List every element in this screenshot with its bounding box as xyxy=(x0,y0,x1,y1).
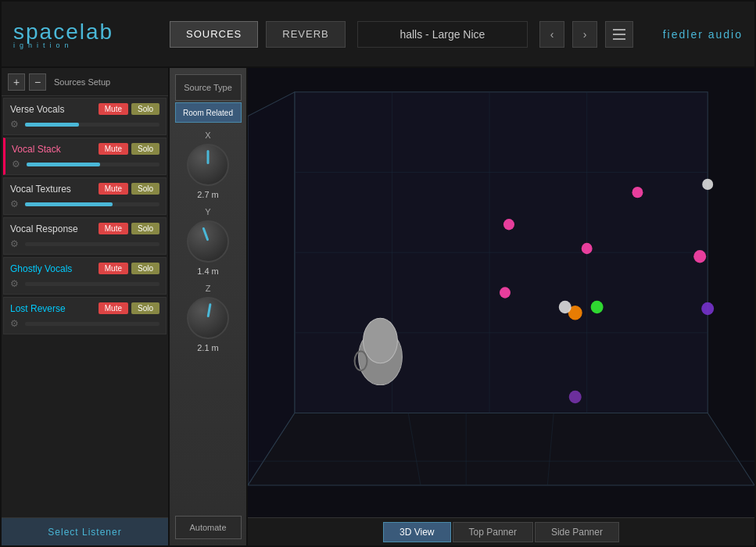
list-item[interactable]: Vocal Stack Mute Solo ⚙ xyxy=(3,138,167,175)
room-related-button[interactable]: Room Related xyxy=(175,102,242,123)
svg-point-17 xyxy=(632,187,643,198)
source-name: Vocal Textures xyxy=(10,184,71,195)
tab-reverb[interactable]: REVERB xyxy=(266,21,345,48)
z-knob[interactable] xyxy=(187,297,229,339)
mute-button[interactable]: Mute xyxy=(99,143,128,155)
y-knob-section: Y 1.4 m xyxy=(187,207,229,276)
source-item-header: Verse Vocals Mute Solo xyxy=(10,103,159,115)
automate-button[interactable]: Automate xyxy=(175,516,242,539)
svg-point-24 xyxy=(559,301,571,313)
svg-point-23 xyxy=(591,301,604,313)
remove-source-button[interactable]: − xyxy=(29,73,46,91)
source-settings-row: ⚙ xyxy=(10,278,159,289)
nav-next-button[interactable]: › xyxy=(572,21,597,48)
mute-button[interactable]: Mute xyxy=(99,302,128,314)
source-name: Ghostly Vocals xyxy=(10,263,72,274)
gear-icon[interactable]: ⚙ xyxy=(10,278,21,289)
brand-name: fiedler audio xyxy=(649,28,743,41)
svg-point-20 xyxy=(693,250,706,263)
list-item[interactable]: Vocal Textures Mute Solo ⚙ xyxy=(3,177,167,215)
x-knob-section: X 2.7 m xyxy=(187,130,229,199)
x-knob[interactable] xyxy=(187,144,229,186)
preset-name: halls - Large Nice xyxy=(399,28,485,41)
solo-button[interactable]: Solo xyxy=(131,143,159,155)
fader-bar[interactable] xyxy=(25,123,159,127)
y-knob-label: Y xyxy=(205,207,210,216)
source-name: Verse Vocals xyxy=(10,104,64,115)
app-container: spacelab ignition SOURCES REVERB halls -… xyxy=(0,0,756,547)
source-item-header: Ghostly Vocals Mute Solo xyxy=(10,263,159,274)
sources-list: Verse Vocals Mute Solo ⚙ xyxy=(2,96,168,517)
mute-button[interactable]: Mute xyxy=(99,183,128,195)
middle-panel: Source Type Room Related X 2.7 m Y 1.4 m… xyxy=(170,68,248,545)
view-controls: 3D View Top Panner Side Panner xyxy=(248,517,754,545)
svg-point-19 xyxy=(582,243,593,254)
source-controls: Mute Solo xyxy=(99,302,159,314)
mute-button[interactable]: Mute xyxy=(99,263,128,274)
source-controls: Mute Solo xyxy=(99,143,159,155)
list-item[interactable]: Ghostly Vocals Mute Solo ⚙ xyxy=(3,257,167,295)
solo-button[interactable]: Solo xyxy=(131,263,159,274)
right-panel: 3D View Top Panner Side Panner xyxy=(248,68,754,545)
top-bar: spacelab ignition SOURCES REVERB halls -… xyxy=(2,2,754,68)
source-item-header: Lost Reverse Mute Solo xyxy=(10,302,159,314)
svg-point-21 xyxy=(500,287,511,298)
mute-button[interactable]: Mute xyxy=(99,223,128,234)
gear-icon[interactable]: ⚙ xyxy=(12,159,23,170)
select-listener-button[interactable]: Select Listener xyxy=(2,517,168,545)
source-controls: Mute Solo xyxy=(99,183,159,195)
svg-point-25 xyxy=(701,302,714,315)
view-3d-button[interactable]: 3D View xyxy=(383,522,450,542)
gear-icon[interactable]: ⚙ xyxy=(10,318,21,329)
fader-fill xyxy=(25,123,79,127)
sources-header-label: Sources Setup xyxy=(54,77,110,87)
add-source-button[interactable]: + xyxy=(8,73,25,91)
fader-bar[interactable] xyxy=(25,322,159,326)
solo-button[interactable]: Solo xyxy=(131,103,159,115)
x-knob-label: X xyxy=(205,130,210,140)
menu-line-2 xyxy=(613,34,625,35)
x-knob-value: 2.7 m xyxy=(197,190,219,199)
list-item[interactable]: Vocal Response Mute Solo ⚙ xyxy=(3,217,167,255)
source-settings-row: ⚙ xyxy=(12,159,159,170)
view-top-button[interactable]: Top Panner xyxy=(453,522,533,542)
solo-button[interactable]: Solo xyxy=(131,223,159,234)
logo-area: spacelab ignition xyxy=(13,20,162,49)
svg-point-14 xyxy=(364,318,398,363)
view-side-button[interactable]: Side Panner xyxy=(535,522,619,542)
fader-bar[interactable] xyxy=(27,163,159,166)
view-area xyxy=(248,68,754,517)
main-content: + − Sources Setup Verse Vocals Mute Solo xyxy=(2,68,754,545)
source-item-header: Vocal Response Mute Solo xyxy=(10,223,159,234)
source-name: Vocal Stack xyxy=(12,144,61,155)
svg-point-16 xyxy=(503,219,514,230)
solo-button[interactable]: Solo xyxy=(131,302,159,314)
y-knob[interactable] xyxy=(187,220,229,263)
gear-icon[interactable]: ⚙ xyxy=(10,198,21,209)
fader-bar[interactable] xyxy=(25,282,159,286)
z-knob-section: Z 2.1 m xyxy=(187,284,229,352)
tab-sources[interactable]: SOURCES xyxy=(170,21,258,48)
solo-button[interactable]: Solo xyxy=(131,183,159,195)
menu-button[interactable] xyxy=(605,21,633,48)
source-item-header: Vocal Stack Mute Solo xyxy=(12,143,159,155)
mute-button[interactable]: Mute xyxy=(99,103,128,115)
source-type-button[interactable]: Source Type xyxy=(175,74,242,101)
list-item[interactable]: Lost Reverse Mute Solo ⚙ xyxy=(3,297,167,334)
logo-sub: ignition xyxy=(13,41,162,49)
y-knob-value: 1.4 m xyxy=(197,266,219,276)
source-controls: Mute Solo xyxy=(99,223,159,234)
fader-bar[interactable] xyxy=(25,242,159,246)
list-item[interactable]: Verse Vocals Mute Solo ⚙ xyxy=(3,98,167,135)
source-item-header: Vocal Textures Mute Solo xyxy=(10,183,159,195)
fader-fill xyxy=(25,202,113,206)
fader-bar[interactable] xyxy=(25,202,159,206)
nav-prev-button[interactable]: ‹ xyxy=(539,21,564,48)
svg-point-18 xyxy=(702,179,713,190)
z-knob-label: Z xyxy=(206,284,211,293)
source-controls: Mute Solo xyxy=(99,263,159,274)
gear-icon[interactable]: ⚙ xyxy=(10,238,21,249)
menu-line-3 xyxy=(613,38,625,40)
gear-icon[interactable]: ⚙ xyxy=(10,119,21,130)
z-knob-value: 2.1 m xyxy=(197,343,219,352)
